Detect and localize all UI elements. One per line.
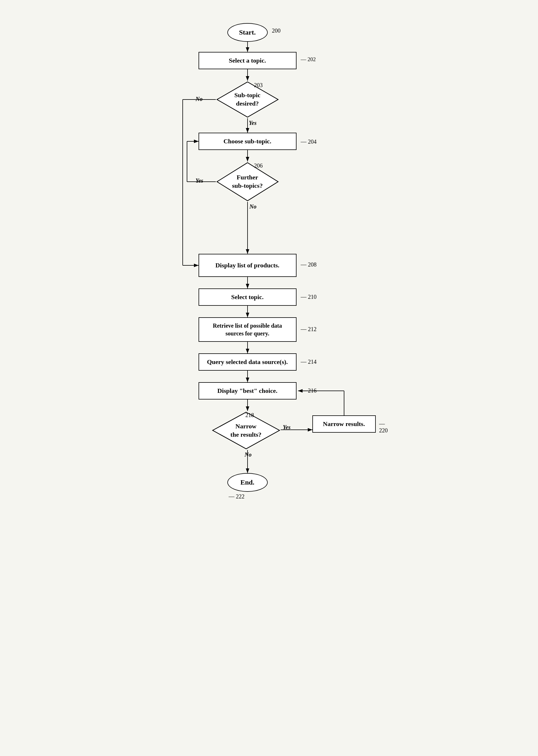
yes-label-218: Yes [283, 424, 291, 431]
num-203: 203 [254, 82, 263, 89]
label-216: Display "best" choice. [217, 387, 277, 395]
label-208: Display list of products. [215, 262, 279, 269]
label-202: Select a topic. [229, 57, 266, 64]
label-214: Query selected data source(s). [207, 358, 288, 366]
num-210: — 210 [301, 294, 317, 300]
node-220: Narrow results. [312, 415, 376, 433]
node-206: Furthersub-topics? [216, 161, 279, 202]
node-216: Display "best" choice. [198, 382, 296, 400]
num-218: 218 [245, 412, 254, 418]
no-label-206: No [249, 203, 256, 210]
start-label: Start. [239, 29, 256, 36]
node-212: Retrieve list of possible datasources fo… [198, 317, 296, 342]
num-216: — 216 [301, 387, 317, 394]
node-202: Select a topic. [198, 52, 296, 69]
node-208: Display list of products. [198, 254, 296, 277]
yes-label-206: Yes [196, 177, 203, 184]
end-label: End. [240, 478, 254, 486]
num-212: — 212 [301, 326, 317, 333]
yes-label-203: Yes [249, 120, 257, 126]
num-222: — 222 [229, 493, 244, 500]
label-206: Furthersub-topics? [232, 173, 262, 190]
node-214: Query selected data source(s). [198, 353, 296, 371]
node-203: Sub-topicdesired? [216, 81, 279, 118]
label-212: Retrieve list of possible datasources fo… [213, 322, 282, 338]
no-label-203: No [196, 96, 203, 102]
num-208: — 208 [301, 261, 317, 268]
flowchart-diagram: Start. 200 Select a topic. — 202 Sub-top… [145, 12, 393, 733]
label-218: Narrowthe results? [231, 422, 262, 439]
num-202: — 202 [301, 56, 316, 63]
end-node: End. [227, 473, 268, 492]
label-220: Narrow results. [323, 420, 365, 428]
no-label-218: No [244, 451, 251, 458]
label-204: Choose sub-topic. [223, 138, 271, 145]
num-214: — 214 [301, 358, 317, 365]
node-204: Choose sub-topic. [198, 133, 296, 150]
start-node: Start. [227, 23, 268, 42]
label-200: 200 [272, 28, 281, 34]
node-210: Select topic. [198, 288, 296, 306]
num-206: 206 [254, 162, 263, 169]
num-204: — 204 [301, 139, 317, 145]
label-203: Sub-topicdesired? [234, 91, 260, 107]
num-220: — 220 [379, 420, 393, 434]
label-210: Select topic. [231, 293, 263, 301]
